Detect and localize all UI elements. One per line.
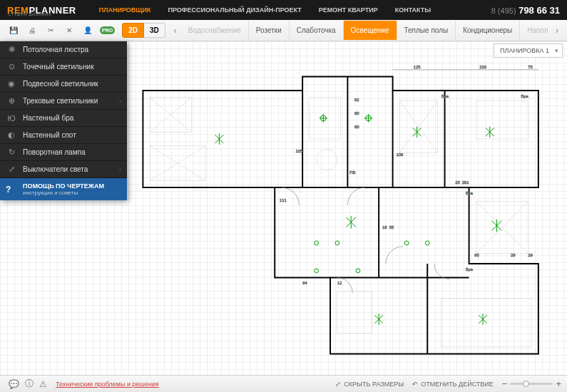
logo[interactable]: REMPLANNER СТУДИЯ ДИЗАЙНА [7, 5, 76, 16]
sconce-icon: Ю [6, 114, 17, 123]
save-icon[interactable]: 💾 [6, 23, 21, 38]
chandelier-icon: ❋ [6, 45, 17, 54]
zoom-slider[interactable] [510, 383, 553, 385]
sidebar-item-label: Выключатели света [23, 165, 88, 173]
svg-text:12: 12 [337, 281, 342, 285]
chevron-right-icon: › [119, 166, 121, 173]
svg-text:261: 261 [462, 180, 469, 185]
tools-sidebar: ❋Потолочная люстра ⊙Точечный светильник … [0, 41, 127, 200]
tab-floorheat[interactable]: Теплые полы [397, 21, 456, 40]
phone-main: 798 66 31 [516, 5, 560, 16]
svg-point-54 [404, 241, 409, 245]
tool-ceiling-chandelier[interactable]: ❋Потолочная люстра [0, 41, 127, 58]
tool-pendant[interactable]: ◉Подвесной светильник [0, 76, 127, 93]
svg-point-56 [315, 269, 319, 273]
dimensions-icon: ⤢ [335, 381, 341, 388]
tab-flooring[interactable]: Напол [520, 21, 551, 40]
hide-dims-label: СКРЫТЬ РАЗМЕРЫ [344, 381, 404, 388]
sidebar-item-label: Потолочная люстра [23, 46, 88, 53]
svg-rect-22 [337, 292, 372, 333]
zoom-out-button[interactable]: − [502, 378, 508, 389]
view-3d-button[interactable]: 3D [144, 23, 165, 38]
svg-text:105: 105 [295, 149, 302, 153]
phone-prefix: 8 (495) [491, 6, 516, 15]
track-icon: ⊕ [6, 96, 17, 105]
tool-wall-sconce[interactable]: ЮНастенный бра [0, 110, 127, 127]
tabs-scroll-right[interactable]: › [551, 22, 563, 39]
tab-sockets[interactable]: Розетки [249, 21, 290, 40]
svg-text:95: 95 [474, 253, 479, 257]
switch-icon: ⤢ [6, 165, 17, 174]
sidebar-item-label: Точечный светильник [23, 63, 94, 71]
tools-icon[interactable]: ✕ [61, 23, 77, 38]
tab-water[interactable]: Водоснабжение [181, 21, 249, 40]
info-icon[interactable]: ⓘ [25, 378, 34, 390]
tool-wall-spot[interactable]: ◐Настенный спот [0, 127, 127, 144]
pro-badge[interactable]: PRO [100, 26, 115, 34]
svg-point-24 [317, 150, 337, 170]
chat-icon[interactable]: 💬 [9, 379, 19, 389]
tool-spotlight[interactable]: ⊙Точечный светильник [0, 58, 127, 76]
logo-subtitle: СТУДИЯ ДИЗАЙНА [8, 12, 51, 16]
sidebar-help[interactable]: ? ПОМОЩЬ ПО ЧЕРТЕЖАМ инструкции и советы [0, 178, 127, 200]
svg-text:18: 18 [382, 225, 387, 229]
sidebar-item-label: Настенный бра [23, 114, 73, 122]
nav-contacts[interactable]: КОНТАКТЫ [395, 6, 431, 14]
svg-text:75: 75 [528, 65, 532, 69]
nav-planner[interactable]: ПЛАНИРОВЩИК [99, 6, 151, 14]
svg-text:Бра: Бра [441, 94, 449, 98]
layout-dropdown[interactable]: ПЛАНИРОВКА 1 [494, 43, 563, 58]
warning-icon[interactable]: ⚠ [39, 379, 47, 389]
help-title: ПОМОЩЬ ПО ЧЕРТЕЖАМ [23, 182, 104, 190]
app-header: REMPLANNER СТУДИЯ ДИЗАЙНА ПЛАНИРОВЩИК ПР… [0, 0, 567, 20]
svg-text:109: 109 [396, 153, 403, 157]
user-icon[interactable]: 👤 [80, 23, 96, 38]
tool-track-lights[interactable]: ⊕Трековые светильники› [0, 93, 127, 110]
svg-text:94: 94 [302, 281, 307, 285]
wallspot-icon: ◐ [6, 130, 17, 140]
undo-label: ОТМЕНИТЬ ДЕЙСТВИЕ [421, 381, 494, 388]
spotlight-icon: ⊙ [6, 62, 17, 71]
tab-lighting[interactable]: Освещение [344, 21, 397, 40]
tabs-scroll-left[interactable]: ‹ [170, 22, 181, 39]
sidebar-item-label: Поворотная лампа [23, 148, 86, 156]
tabs-container: Водоснабжение Розетки Слаботочка Освещен… [181, 21, 551, 40]
measure-icon[interactable]: ✂ [43, 23, 58, 38]
undo-button[interactable]: ↶ ОТМЕНИТЬ ДЕЙСТВИЕ [412, 381, 494, 388]
tab-ac[interactable]: Кондиционеры [456, 21, 520, 40]
svg-text:62: 62 [354, 98, 359, 102]
view-toggle: 2D 3D [122, 23, 165, 38]
svg-text:60: 60 [354, 111, 359, 115]
tab-lowvoltage[interactable]: Слаботочка [290, 21, 344, 40]
tool-switches[interactable]: ⤢Выключатели света› [0, 161, 127, 178]
hide-dimensions-button[interactable]: ⤢ СКРЫТЬ РАЗМЕРЫ [335, 381, 404, 388]
chevron-right-icon: › [119, 98, 121, 105]
sidebar-item-label: Трековые светильники [23, 97, 98, 105]
nav-design-project[interactable]: ПРОФЕССИОНАЛЬНЫЙ ДИЗАЙН-ПРОЕКТ [168, 6, 302, 14]
phone-number: 8 (495) 798 66 31 [491, 5, 560, 16]
svg-text:233: 233 [479, 65, 486, 69]
svg-text:Бра: Бра [466, 267, 474, 272]
svg-text:Бра: Бра [466, 191, 474, 195]
svg-text:60: 60 [354, 125, 359, 129]
svg-text:ПВ: ПВ [349, 170, 355, 175]
nav-renovation[interactable]: РЕМОНТ КВАРТИР [319, 6, 378, 14]
svg-text:55: 55 [389, 225, 394, 229]
statusbar: 💬 ⓘ ⚠ Технические проблемы и решения ⤢ С… [0, 375, 567, 392]
zoom-control: − + [502, 378, 561, 389]
swivel-icon: ↻ [6, 148, 17, 157]
svg-point-52 [315, 241, 319, 245]
view-2d-button[interactable]: 2D [122, 23, 144, 38]
svg-text:29: 29 [511, 253, 515, 257]
zoom-in-button[interactable]: + [556, 378, 561, 389]
floorplan-canvas[interactable]: 125 233 75 105 111 109 261 18 55 95 29 9… [128, 63, 560, 368]
tech-issues-link[interactable]: Технические проблемы и решения [56, 381, 159, 388]
print-icon[interactable]: 🖨 [24, 23, 40, 38]
sidebar-item-label: Подвесной светильник [23, 80, 98, 88]
tool-swivel-lamp[interactable]: ↻Поворотная лампа [0, 144, 127, 161]
workspace: ПЛАНИРОВКА 1 ❋Потолочная люстра ⊙Точечны… [0, 41, 567, 375]
help-subtitle: инструкции и советы [23, 190, 104, 196]
zoom-thumb[interactable] [523, 381, 529, 387]
svg-text:Бра: Бра [521, 94, 529, 98]
svg-point-55 [425, 241, 429, 245]
